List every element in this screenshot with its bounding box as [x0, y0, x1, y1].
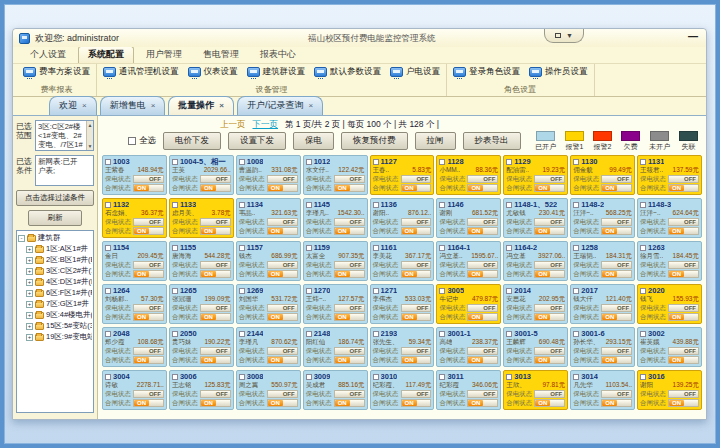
switch-state-toggle[interactable]: ON — [334, 356, 365, 364]
on-button[interactable]: ON — [468, 271, 483, 277]
menu-tab-3[interactable]: 用户管理 — [137, 47, 191, 63]
room-card[interactable]: 1270王炜~..127.57元保电状态OFF合闸状态ON — [303, 284, 368, 324]
room-card[interactable]: 1265张冠珊199.09元保电状态OFF合闸状态ON — [169, 284, 234, 324]
power-keep-toggle[interactable]: OFF — [401, 261, 432, 269]
doc-tab-4[interactable]: 开户/记录查询× — [237, 96, 323, 115]
on-button[interactable]: ON — [468, 357, 483, 363]
ribbon-button[interactable]: 通讯管理机设置 — [103, 66, 179, 78]
card-checkbox[interactable] — [573, 288, 579, 294]
on-button[interactable]: ON — [535, 314, 550, 320]
room-card[interactable]: 1157钱杰686.99元保电状态OFF合闸状态ON — [236, 241, 301, 281]
action-button[interactable]: 保电 — [293, 132, 334, 150]
switch-state-toggle[interactable]: ON — [668, 184, 699, 192]
switch-state-toggle[interactable]: ON — [601, 313, 632, 321]
room-card[interactable]: 3009吴成君885.16元保电状态OFF合闸状态ON — [303, 370, 368, 410]
room-card[interactable]: 1131王筱君..137.59元保电状态OFF合闸状态ON — [637, 155, 702, 195]
action-button[interactable]: 抄表导出 — [463, 132, 521, 150]
minimize-button[interactable]: — — [688, 32, 698, 42]
room-card[interactable]: 1258王瑞韬..184.31元保电状态OFF合闸状态ON — [570, 241, 635, 281]
power-keep-toggle[interactable]: OFF — [334, 304, 365, 312]
power-keep-toggle[interactable]: OFF — [601, 304, 632, 312]
power-keep-toggle[interactable]: OFF — [401, 175, 432, 183]
power-keep-toggle[interactable]: OFF — [133, 175, 164, 183]
power-keep-toggle[interactable]: OFF — [467, 304, 498, 312]
card-checkbox[interactable] — [640, 288, 646, 294]
power-keep-toggle[interactable]: OFF — [467, 218, 498, 226]
switch-state-toggle[interactable]: ON — [467, 313, 498, 321]
switch-state-toggle[interactable]: ON — [133, 227, 164, 235]
chevron-down-icon[interactable]: ▼ — [566, 32, 573, 39]
scope-scrollbar[interactable]: ▲ ▼ — [86, 121, 93, 150]
card-checkbox[interactable] — [306, 331, 312, 337]
switch-state-toggle[interactable]: ON — [267, 270, 298, 278]
room-card[interactable]: 1145李瑾凡..1542.30..保电状态OFF合闸状态ON — [303, 198, 368, 238]
on-button[interactable]: ON — [268, 357, 283, 363]
card-checkbox[interactable] — [239, 374, 245, 380]
on-button[interactable]: ON — [335, 400, 350, 406]
expand-icon[interactable]: + — [26, 323, 33, 330]
on-button[interactable]: ON — [268, 271, 283, 277]
on-button[interactable]: ON — [268, 314, 283, 320]
switch-state-toggle[interactable]: ON — [401, 227, 432, 235]
action-button[interactable]: 拉闸 — [415, 132, 456, 150]
on-button[interactable]: ON — [669, 357, 684, 363]
card-checkbox[interactable] — [506, 288, 512, 294]
on-button[interactable]: ON — [535, 271, 550, 277]
on-button[interactable]: ON — [134, 357, 149, 363]
power-keep-toggle[interactable]: OFF — [668, 304, 699, 312]
tab-close-icon[interactable]: × — [219, 102, 224, 110]
card-checkbox[interactable] — [239, 159, 245, 165]
switch-state-toggle[interactable]: ON — [334, 313, 365, 321]
expand-icon[interactable]: + — [26, 279, 33, 286]
switch-state-toggle[interactable]: ON — [668, 313, 699, 321]
power-keep-toggle[interactable]: OFF — [267, 304, 298, 312]
room-card[interactable]: 3013王欣、97.81元保电状态OFF合闸状态ON — [503, 370, 568, 410]
on-button[interactable]: ON — [669, 400, 684, 406]
switch-state-toggle[interactable]: ON — [401, 313, 432, 321]
on-button[interactable]: ON — [669, 228, 684, 234]
room-card[interactable]: 1012水文仔..122.42元保电状态OFF合闸状态ON — [303, 155, 368, 195]
power-keep-toggle[interactable]: OFF — [534, 347, 565, 355]
expand-icon[interactable]: + — [26, 301, 33, 308]
switch-state-toggle[interactable]: ON — [334, 184, 365, 192]
room-card[interactable]: 3014凡先华1103.54..保电状态OFF合闸状态ON — [570, 370, 635, 410]
power-keep-toggle[interactable]: OFF — [200, 218, 231, 226]
switch-state-toggle[interactable]: ON — [467, 227, 498, 235]
room-card[interactable]: 1164-2冯立基3927.06..保电状态OFF合闸状态ON — [503, 241, 568, 281]
room-card[interactable]: 2048郑少霞108.68元保电状态OFF合闸状态ON — [102, 327, 167, 367]
power-keep-toggle[interactable]: OFF — [401, 390, 432, 398]
tree-item[interactable]: +15区:5#变站(3# — [18, 321, 92, 331]
card-checkbox[interactable] — [439, 374, 445, 380]
tree-item[interactable]: +7区:G区1#井 — [18, 299, 92, 309]
room-card[interactable]: 1003王紫春148.94元保电状态OFF合闸状态ON — [102, 155, 167, 195]
card-checkbox[interactable] — [306, 202, 312, 208]
tab-close-icon[interactable]: × — [82, 102, 87, 110]
switch-state-toggle[interactable]: ON — [267, 184, 298, 192]
card-checkbox[interactable] — [239, 331, 245, 337]
switch-state-toggle[interactable]: ON — [401, 356, 432, 364]
power-keep-toggle[interactable]: OFF — [267, 390, 298, 398]
card-checkbox[interactable] — [105, 159, 111, 165]
power-keep-toggle[interactable]: OFF — [601, 390, 632, 398]
card-checkbox[interactable] — [439, 202, 445, 208]
selected-condition-box[interactable]: 新网表:已开户表; — [35, 155, 94, 186]
expand-icon[interactable]: + — [26, 334, 33, 341]
power-keep-toggle[interactable]: OFF — [200, 304, 231, 312]
switch-state-toggle[interactable]: ON — [668, 399, 699, 407]
power-keep-toggle[interactable]: OFF — [534, 261, 565, 269]
card-checkbox[interactable] — [640, 202, 646, 208]
card-checkbox[interactable] — [239, 288, 245, 294]
room-card[interactable]: 3001-6孙长华、293.15元保电状态OFF合闸状态ON — [570, 327, 635, 367]
room-card[interactable]: 3005牛记中479.87元保电状态OFF合闸状态ON — [436, 284, 501, 324]
card-checkbox[interactable] — [172, 331, 178, 337]
choose-filter-button[interactable]: 点击选择过滤条件 — [16, 190, 94, 206]
power-keep-toggle[interactable]: OFF — [200, 390, 231, 398]
room-card[interactable]: 1264刘杨郡..57.30元保电状态OFF合闸状态ON — [102, 284, 167, 324]
select-all[interactable]: 全选 — [128, 135, 156, 147]
on-button[interactable]: ON — [468, 228, 483, 234]
on-button[interactable]: ON — [535, 185, 550, 191]
card-checkbox[interactable] — [306, 374, 312, 380]
switch-state-toggle[interactable]: ON — [267, 227, 298, 235]
menu-tab-4[interactable]: 售电管理 — [194, 47, 248, 63]
switch-state-toggle[interactable]: ON — [534, 313, 565, 321]
